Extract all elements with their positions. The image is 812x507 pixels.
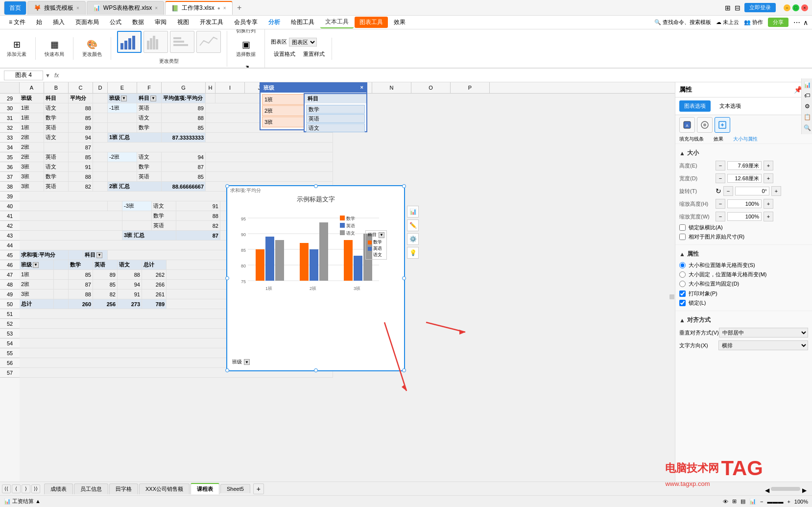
cell-50-F[interactable]: 789 [142, 299, 167, 309]
menu-text[interactable]: 文本工具 [320, 16, 354, 28]
cell-43-EF[interactable]: 3班 汇总 [122, 231, 176, 241]
cell-36-D[interactable] [93, 162, 108, 172]
status-grid-icon[interactable]: ⊞ [732, 498, 737, 505]
cell-43-ABCD[interactable] [20, 231, 122, 241]
cell-45-C[interactable]: 科目▼ [83, 250, 108, 260]
formula-input[interactable] [63, 72, 808, 79]
status-zoom-out[interactable]: − [760, 499, 763, 505]
cell-33-C[interactable]: 94 [69, 133, 93, 143]
cell-46-D[interactable]: 英语 [93, 260, 118, 270]
cell-48-A[interactable]: 2班 [20, 280, 54, 290]
collab-btn[interactable]: 👥 协作 [744, 19, 763, 26]
cell-41-ABCD[interactable] [20, 211, 122, 221]
col-P[interactable]: P [451, 82, 490, 93]
col-I[interactable]: I [215, 82, 245, 93]
cell-47-B[interactable] [54, 270, 69, 280]
cell-30-A[interactable]: 1班 [20, 103, 44, 113]
col-H[interactable]: H [206, 82, 215, 93]
cell-38-D[interactable] [93, 182, 108, 192]
chart-btn-style[interactable]: ✏️ [407, 219, 419, 231]
scale-w-minus[interactable]: − [716, 212, 725, 221]
align-collapse-icon[interactable]: ▲ [679, 317, 685, 324]
cell-41-E[interactable] [122, 211, 152, 221]
cell-47-E[interactable]: 88 [118, 270, 142, 280]
right-icon-4[interactable]: 📋 [803, 113, 812, 121]
cell-42-E[interactable] [122, 221, 152, 231]
sheet-tab-employee[interactable]: 员工信息 [74, 483, 108, 494]
chart-filter-btn[interactable]: ▼ [244, 359, 250, 365]
chart-area-select[interactable]: 图表区 [289, 38, 317, 47]
sheet-prev[interactable]: ⟨ [12, 484, 21, 493]
cell-42-G[interactable]: 82 [176, 221, 220, 231]
tab-1-close[interactable]: × [76, 5, 79, 11]
sheet-tab-grid[interactable]: 田字格 [109, 483, 138, 494]
tab-3[interactable]: 📗 工作簿3.xlsx ● × [165, 1, 233, 15]
cell-32-D[interactable] [93, 123, 108, 133]
cell-40-D[interactable] [108, 201, 122, 211]
cell-48-D[interactable]: 85 [93, 280, 118, 290]
cell-31-F[interactable]: 语文 [137, 113, 162, 123]
sheet-first[interactable]: ⟨⟨ [2, 484, 11, 493]
cell-35-rest[interactable] [206, 152, 333, 162]
cell-30-E[interactable]: -1班 [108, 103, 137, 113]
col-B[interactable]: B [44, 82, 69, 93]
cell-41-G[interactable]: 88 [176, 211, 220, 221]
legend-filter-btn[interactable]: ▼ [379, 232, 384, 238]
cell-34-rest[interactable] [93, 143, 333, 152]
pivot-item-chinese[interactable]: 语文 [306, 123, 365, 132]
cell-31-A[interactable]: 1班 [20, 113, 44, 123]
cell-38-B[interactable]: 英语 [44, 182, 69, 192]
right-icon-5[interactable]: 🔍 [803, 123, 812, 132]
cell-29-F[interactable]: 科目▼ [137, 94, 162, 103]
cell-43-G[interactable]: 87 [176, 231, 220, 241]
handle-top[interactable] [314, 184, 318, 188]
scale-h-minus[interactable]: − [716, 199, 725, 209]
cell-29-B[interactable]: 科目 [44, 94, 69, 103]
cell-34-A[interactable]: 2班 [20, 143, 44, 152]
cell-36-F[interactable]: 数学 [137, 162, 162, 172]
cell-36-E[interactable] [108, 162, 137, 172]
menu-data[interactable]: 数据 [127, 17, 149, 28]
handle-bl[interactable] [225, 368, 229, 372]
chart-type-3[interactable] [170, 31, 194, 53]
cell-42-F[interactable]: 英语 [152, 221, 176, 231]
cell-48-C[interactable]: 87 [69, 280, 93, 290]
cell-29-A[interactable]: 班级 [20, 94, 44, 103]
change-type-btn[interactable]: 更改类型 [156, 56, 182, 67]
reset-style-btn[interactable]: 重置样式 [300, 48, 328, 60]
cell-31-E[interactable] [108, 113, 137, 123]
cell-46-A[interactable]: 班级▼ [20, 260, 54, 270]
sidebar-tab-text[interactable]: 文本选项 [715, 100, 746, 112]
expand-btn[interactable]: ∧ [803, 19, 808, 26]
cell-46-F[interactable]: 总计 [142, 260, 167, 270]
scale-h-input[interactable] [727, 199, 762, 208]
width-plus[interactable]: + [764, 173, 773, 183]
cell-29-D[interactable] [93, 94, 108, 103]
cell-35-B[interactable]: 英语 [44, 152, 69, 162]
menu-formula[interactable]: 公式 [105, 17, 126, 28]
handle-left[interactable] [225, 276, 229, 280]
move-chart-btn[interactable]: ↗ 移动图表 [233, 61, 259, 69]
cell-49-C[interactable]: 88 [69, 290, 93, 299]
tab-1[interactable]: 🦊 搜狐壳模板 × [27, 1, 86, 15]
cell-33-H[interactable] [206, 133, 333, 143]
radio-3-input[interactable] [679, 281, 686, 287]
cell-33-D[interactable] [93, 133, 108, 143]
cell-36-G[interactable]: 87 [162, 162, 206, 172]
cell-34-C[interactable]: 87 [69, 143, 93, 152]
status-zoom-slider[interactable]: ▬▬▬ [767, 499, 783, 505]
cell-36-C[interactable]: 91 [69, 162, 93, 172]
tab-2-close[interactable]: × [155, 5, 158, 11]
switch-row-btn[interactable]: ⇄ 切换行列 [233, 29, 259, 36]
tab-3-close[interactable]: × [223, 5, 226, 11]
scale-w-plus[interactable]: + [764, 212, 773, 221]
menu-view[interactable]: 视图 [172, 17, 194, 28]
sheet-tab-grades[interactable]: 成绩表 [44, 483, 73, 494]
cell-35-F[interactable]: 语文 [137, 152, 162, 162]
sheet-next[interactable]: ⟩ [22, 484, 30, 493]
cell-37-A[interactable]: 3班 [20, 172, 44, 182]
sheet-tab-sheet5[interactable]: Sheet5 [220, 484, 250, 493]
lock-checkbox[interactable] [679, 300, 686, 306]
minimize-button[interactable]: − [784, 4, 790, 11]
handle-br[interactable] [402, 368, 406, 372]
